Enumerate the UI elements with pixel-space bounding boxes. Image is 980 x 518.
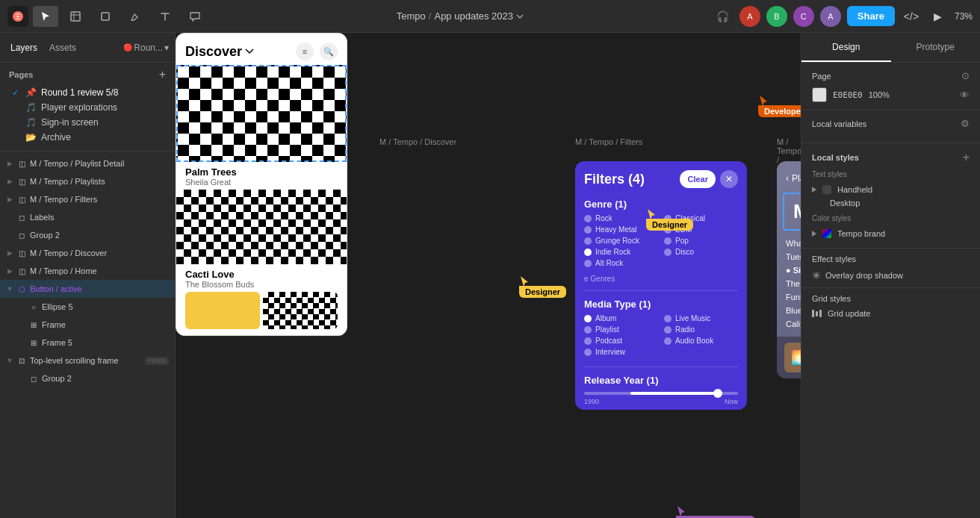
layer-frame5[interactable]: ▶ ⊞ Frame 5 👁 <box>0 334 175 352</box>
page-settings-icon[interactable]: ⊙ <box>961 70 970 81</box>
layer-group2[interactable]: ▶ ◻ Group 2 <box>0 226 175 244</box>
canvas-area[interactable]: M / Tempo / Discover M / Tempo / Filters… <box>176 33 801 518</box>
style-item-handheld[interactable]: Handheld <box>812 183 970 196</box>
pen-tool[interactable] <box>122 6 148 27</box>
play-icon[interactable]: ▶ <box>928 6 949 27</box>
layer-discover[interactable]: ▶ ◫ M / Tempo / Discover <box>0 244 175 262</box>
media-playlist[interactable]: Playlist <box>584 325 658 334</box>
avatar-2[interactable]: B <box>766 6 787 27</box>
layer-labels[interactable]: ▶ ◻ Labels <box>0 208 175 226</box>
avatar-3[interactable]: C <box>793 6 814 27</box>
frame-icon: ⊞ <box>28 319 39 330</box>
style-item-desktop[interactable]: Desktop <box>812 196 970 210</box>
genre-indie[interactable]: Indie Rock <box>584 248 658 256</box>
layer-home[interactable]: ▶ ◫ M / Tempo / Home <box>0 262 175 280</box>
song-row-2[interactable]: Tuesday MornOHYEAH! <box>783 250 801 263</box>
move-tool[interactable] <box>33 6 58 27</box>
layer-ellipse5[interactable]: ▶ ○ Ellipse 5 <box>0 298 175 316</box>
eye-visibility-icon[interactable]: 👁 <box>960 90 970 101</box>
tab-assets[interactable]: Assets <box>45 40 81 56</box>
genre-alt[interactable]: Alt Rock <box>584 259 658 267</box>
page-item-round1[interactable]: ✓ 📌 Round 1 review 5/8 <box>9 85 166 100</box>
page-item-player[interactable]: 🎵 Player explorations <box>9 100 166 115</box>
pages-section: Pages + ✓ 📌 Round 1 review 5/8 🎵 Player … <box>0 63 175 152</box>
page-title-dropdown[interactable]: App updates 2023 <box>434 10 524 22</box>
layer-frame[interactable]: ▶ ⊞ Frame <box>0 316 175 334</box>
tab-prototype[interactable]: Prototype <box>891 33 981 62</box>
song-row-4[interactable]: The HurtSJPC <box>783 277 801 290</box>
pages-header: Pages + <box>9 69 166 81</box>
figma-logo[interactable] <box>7 6 28 27</box>
tab-design[interactable]: Design <box>801 33 891 62</box>
tab-layers[interactable]: Layers <box>6 40 42 56</box>
search-icon[interactable]: 🔍 <box>320 43 338 60</box>
page-section-title: Page <box>812 72 831 81</box>
frame-label-filters: M / Tempo / Filters <box>575 137 642 146</box>
page-item-signin[interactable]: 🎵 Sign-in screen <box>9 115 166 130</box>
headphone-icon[interactable]: 🎧 <box>713 6 734 27</box>
media-audiobook[interactable]: Audio Book <box>664 337 738 345</box>
layer-group2-nested[interactable]: ▶ ◻ Group 2 <box>0 369 175 387</box>
right-panel: Design Prototype Page ⊙ E0E0E0 100% 👁 Lo… <box>801 33 980 518</box>
playlist-songs-list: WhalesongThe Drags Tuesday MornOHYEAH! ●… <box>777 237 801 331</box>
page-item-archive[interactable]: 📂 Archive <box>9 130 166 145</box>
album-art-2 <box>176 190 347 264</box>
song-row-6[interactable]: Blue ThirtyMagicSky <box>783 304 801 317</box>
layer-playlists[interactable]: ▶ ◫ M / Tempo / Playlists <box>0 172 175 190</box>
genre-section: Genre (1) Rock Heavy Metal Grunge Rock I… <box>575 194 747 275</box>
back-button[interactable]: ‹ Playlists <box>786 173 801 184</box>
filters-frame[interactable]: Filters (4) Clear ✕ Genre (1) Rock Heavy… <box>575 161 747 410</box>
playlist-frame[interactable]: ‹ Playlists ••• 🔍 My Playlist WhalesongT… <box>777 161 801 378</box>
media-interview[interactable]: Interview <box>584 348 658 356</box>
comment-tool[interactable] <box>182 6 208 27</box>
layer-button-active[interactable]: ▼ ⬡ Button / active <box>0 280 175 298</box>
page-color-opacity[interactable]: 100% <box>869 90 890 99</box>
more-genres[interactable]: e Genres <box>575 275 747 287</box>
add-style-button[interactable]: + <box>963 151 970 164</box>
media-podcast[interactable]: Podcast <box>584 337 658 345</box>
song-row-5[interactable]: Funky BootsLawlii <box>783 290 801 304</box>
style-item-tempo-brand[interactable]: Tempo brand <box>812 227 970 240</box>
effect-item-overlay[interactable]: ✳ Overlay drop shadow <box>812 269 970 281</box>
genre-disco[interactable]: Disco <box>664 248 738 256</box>
share-button[interactable]: Share <box>847 6 895 26</box>
shape-tool[interactable] <box>93 6 118 27</box>
frame-label-discover: M / Tempo / Discover <box>379 137 456 146</box>
filter-clear-button[interactable]: Clear <box>680 170 716 188</box>
frame-tool[interactable] <box>63 6 88 27</box>
filters-title: Filters (4) <box>584 172 645 187</box>
media-radio[interactable]: Radio <box>664 325 738 334</box>
media-section: Media Type (1) Album Playlist Podcast In… <box>575 294 747 363</box>
discover-frame[interactable]: Discover ≡ 🔍 Palm Trees Sheila Great Cac… <box>176 33 347 336</box>
local-variables-icon[interactable]: ⚙ <box>961 118 970 129</box>
frame-icon: ◫ <box>16 194 27 205</box>
song-row-3[interactable]: ● SistersDog Power <box>783 263 801 277</box>
media-live[interactable]: Live Music <box>664 314 738 322</box>
topbar-right-actions: 🎧 A B C A Share </> ▶ 73% <box>713 6 973 27</box>
local-styles-section: Local styles + Text styles Handheld Desk… <box>801 143 980 249</box>
group-icon: ◻ <box>16 212 27 222</box>
song-row-7[interactable]: CaliforniaThe WWWs <box>783 317 801 331</box>
text-tool[interactable] <box>152 6 178 27</box>
filter-icon[interactable]: ≡ <box>296 43 314 60</box>
code-icon[interactable]: </> <box>901 6 922 27</box>
avatar-self[interactable]: A <box>820 6 841 27</box>
genre-grunge[interactable]: Grunge Rock <box>584 237 658 245</box>
grid-styles-title: Grid styles <box>812 294 851 303</box>
breadcrumb-indicator[interactable]: 🔴 Roun... ▾ <box>123 43 169 53</box>
page-color-swatch[interactable] <box>812 87 827 102</box>
zoom-level[interactable]: 73% <box>955 11 973 22</box>
media-album[interactable]: Album <box>584 314 658 322</box>
avatar-1[interactable]: A <box>739 6 760 27</box>
year-slider[interactable] <box>584 392 738 395</box>
add-page-button[interactable]: + <box>159 69 166 81</box>
cursor-product-manager: Product manager <box>676 505 755 518</box>
grid-item-update[interactable]: Grid update <box>812 309 970 318</box>
song-row-1[interactable]: WhalesongThe Drags <box>783 237 801 250</box>
genre-pop[interactable]: Pop <box>664 237 738 245</box>
filter-close-button[interactable]: ✕ <box>720 170 738 188</box>
layer-scrolling-frame[interactable]: ▼ ⊡ Top-level scrolling frame FIXED <box>0 352 175 369</box>
page-color-hex[interactable]: E0E0E0 <box>833 90 863 100</box>
layer-filters[interactable]: ▶ ◫ M / Tempo / Filters <box>0 190 175 208</box>
layer-playlist-detail[interactable]: ▶ ◫ M / Tempo / Playlist Detail <box>0 155 175 172</box>
